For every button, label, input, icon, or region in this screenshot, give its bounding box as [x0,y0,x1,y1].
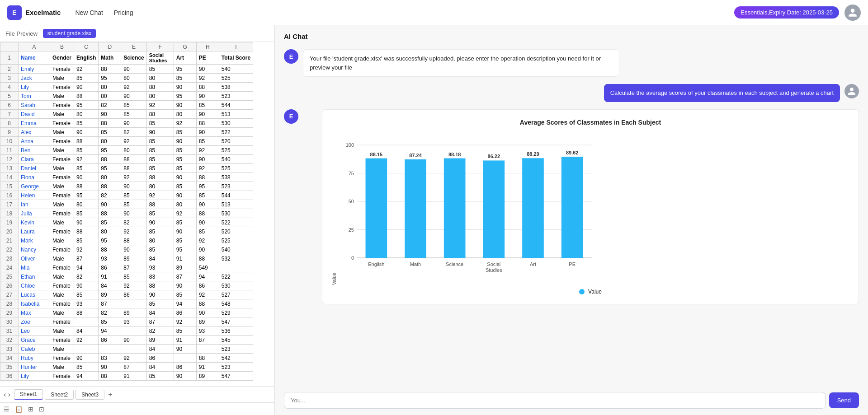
file-preview-label: File Preview [5,30,38,37]
left-panel: File Preview student grade.xlsx ABCDEFGH… [0,25,275,415]
svg-rect-14 [405,159,426,257]
status-icon-4[interactable]: ⊡ [39,406,44,413]
header: E Excelmatic New Chat Pricing Essentials… [0,0,868,25]
logo-name: Excelmatic [25,9,61,16]
status-icon-2[interactable]: 📋 [15,406,23,413]
chat-input-area: Send [275,387,868,415]
svg-text:100: 100 [346,142,354,148]
svg-text:87.24: 87.24 [409,152,422,158]
svg-rect-17 [444,158,466,257]
sheet-tabs: ‹ › Sheet1 Sheet2 Sheet3 + [0,386,274,402]
user-avatar-chat [844,84,859,98]
sheet-tab-1[interactable]: Sheet1 [14,389,43,400]
svg-text:25: 25 [349,227,354,232]
svg-text:86.22: 86.22 [488,154,500,159]
legend-dot [579,289,585,294]
chart-container: Average Scores of Classmates in Each Sub… [322,109,859,304]
user-message-1: Calculate the average scores of your cla… [284,84,859,102]
user-avatar[interactable] [844,5,861,21]
status-icon-3[interactable]: ⊞ [28,406,33,413]
sheet-add-button[interactable]: + [106,391,114,399]
svg-rect-23 [522,158,544,258]
spreadsheet-wrapper[interactable]: ABCDEFGHI1NameGenderEnglishMathScienceSo… [0,42,274,386]
header-right: Essentials,Expiry Date: 2025-03-25 [734,5,861,21]
svg-text:English: English [368,261,384,267]
chart-title: Average Scores of Classmates in Each Sub… [331,119,849,126]
svg-text:88.29: 88.29 [527,151,539,157]
bot-bubble-1: Your file 'student grade.xlsx' was succe… [303,49,619,77]
svg-text:88.18: 88.18 [448,151,461,157]
status-bar: ☰ 📋 ⊞ ⊡ [0,402,274,415]
svg-rect-11 [366,158,387,257]
chart-legend: Value [331,289,849,295]
svg-text:75: 75 [349,170,354,176]
svg-text:88.15: 88.15 [370,151,383,157]
svg-text:Science: Science [446,261,463,267]
main-area: File Preview student grade.xlsx ABCDEFGH… [0,25,868,415]
svg-text:Art: Art [530,261,536,267]
chart-area: Value 025507510088.15English87.24Math88.… [331,131,849,285]
user-bubble-1: Calculate the average scores of your cla… [604,84,840,102]
sheet-tab-2[interactable]: Sheet2 [45,390,74,400]
subscription-badge[interactable]: Essentials,Expiry Date: 2025-03-25 [734,6,839,19]
chat-input[interactable] [284,392,826,409]
nav-pricing[interactable]: Pricing [114,9,133,16]
sheet-nav-left[interactable]: ‹ › [4,391,10,399]
sheet-tab-3[interactable]: Sheet3 [75,390,104,400]
bot-avatar-2: E [284,109,298,124]
bot-avatar: E [284,49,298,64]
bot-message-1: E Your file 'student grade.xlsx' was suc… [284,49,859,77]
chat-messages: E Your file 'student grade.xlsx' was suc… [275,44,868,387]
svg-text:89.62: 89.62 [566,149,579,155]
svg-text:Math: Math [410,261,421,267]
bot-chart-message: E Average Scores of Classmates in Each S… [284,109,859,304]
logo-icon: E [7,5,22,20]
file-badge: student grade.xlsx [43,29,96,38]
status-icon-1[interactable]: ☰ [4,406,9,413]
logo-area: E Excelmatic [7,5,61,20]
send-button[interactable]: Send [829,392,859,408]
svg-text:PE: PE [569,261,576,267]
svg-text:0: 0 [351,255,354,261]
svg-rect-20 [483,160,505,258]
svg-rect-26 [561,156,583,257]
file-preview-header: File Preview student grade.xlsx [0,25,274,42]
bar-chart: 025507510088.15English87.24Math88.18Scie… [339,131,601,285]
svg-text:SocialStudies: SocialStudies [486,261,502,273]
right-panel: AI Chat E Your file 'student grade.xlsx'… [275,25,868,415]
legend-label: Value [588,289,602,295]
spreadsheet-table: ABCDEFGHI1NameGenderEnglishMathScienceSo… [0,42,253,381]
svg-text:50: 50 [349,199,354,204]
chat-header: AI Chat [275,25,868,44]
nav-new-chat[interactable]: New Chat [75,9,103,16]
chart-y-label: Value [331,131,337,285]
